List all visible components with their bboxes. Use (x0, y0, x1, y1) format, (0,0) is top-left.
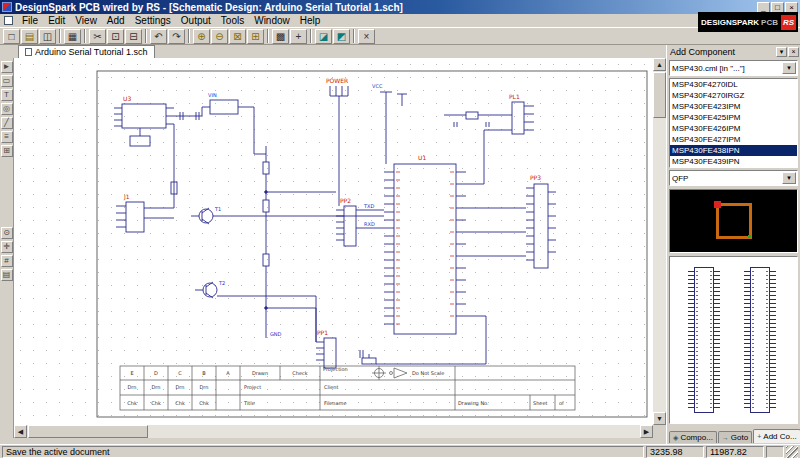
text-tool-button[interactable]: T (1, 89, 13, 101)
title-bar[interactable]: DesignSpark PCB wired by RS - [Schematic… (0, 0, 800, 14)
document-icon[interactable] (4, 16, 13, 25)
menu-tools[interactable]: Tools (216, 14, 249, 27)
measure-tool-button[interactable]: # (1, 255, 13, 267)
library-select[interactable]: MSP430.cml [in "..."] ▾ (669, 60, 798, 76)
close-doc-button[interactable]: × (358, 29, 375, 44)
menu-edit[interactable]: Edit (43, 14, 70, 27)
layers-tool-button[interactable]: ▤ (1, 269, 13, 281)
scrollbar-corner (653, 425, 666, 438)
minimize-button[interactable]: _ (757, 2, 770, 13)
svg-text:Drn: Drn (128, 384, 137, 390)
svg-text:U1: U1 (418, 154, 426, 161)
tab-arduino-serial-tutorial[interactable]: Arduino Serial Tutorial 1.sch (18, 45, 155, 58)
tab-goto[interactable]: → Goto (718, 431, 752, 443)
tab-add-component-label: Add Co... (763, 432, 796, 441)
horizontal-scroll-thumb[interactable] (28, 425, 148, 438)
svg-text:Chk: Chk (175, 400, 185, 406)
menu-file[interactable]: File (17, 14, 43, 27)
component-list-item[interactable]: MSP430FE423IPM (670, 101, 797, 112)
svg-text:A: A (226, 370, 230, 376)
window-controls: _ □ × (757, 2, 798, 13)
cross-probe-button[interactable]: + (290, 29, 307, 44)
cut-button[interactable]: ✂ (89, 29, 106, 44)
component-list-item[interactable]: MSP430FE439IPN (670, 156, 797, 167)
menu-window[interactable]: Window (249, 14, 295, 27)
new-button[interactable]: □ (3, 29, 20, 44)
maximize-button[interactable]: □ (771, 2, 784, 13)
panel-header[interactable]: Add Component ▾ × (668, 46, 799, 58)
menu-view[interactable]: View (70, 14, 102, 27)
redo-button[interactable]: ↷ (168, 29, 185, 44)
bus-tool-button[interactable]: ≡ (1, 131, 13, 143)
component-list-item-selected[interactable]: MSP430FE438IPN (670, 145, 797, 156)
svg-text:Drn: Drn (200, 384, 209, 390)
zoom-tool-button[interactable]: ⊙ (1, 227, 13, 239)
wire-tool-button[interactable]: ╱ (1, 117, 13, 129)
vertical-scrollbar[interactable]: ▲ ▼ (653, 58, 666, 425)
component-list-item[interactable]: MSP430FE425IPM (670, 112, 797, 123)
package-select[interactable]: QFP ▾ (669, 170, 798, 186)
close-button[interactable]: × (785, 2, 798, 13)
pan-tool-button[interactable]: ✛ (1, 241, 13, 253)
chevron-down-icon[interactable]: ▾ (782, 62, 796, 74)
toolbar-separator (59, 29, 61, 43)
schematic-drawing[interactable]: E D C B A Drawn Check Drn Drn Drn Drn Ch… (14, 58, 653, 425)
panel-title: Add Component (668, 47, 775, 57)
scroll-up-button[interactable]: ▲ (653, 58, 666, 71)
svg-text:B: B (202, 370, 206, 376)
menu-bar: File Edit View Add Settings Output Tools… (0, 14, 700, 27)
component-list-item[interactable]: MSP430F4270IDL (670, 79, 797, 90)
zoom-in-button[interactable]: ⊕ (193, 29, 210, 44)
component-list-item[interactable]: MSP430FE427IPM (670, 134, 797, 145)
svg-text:D: D (154, 370, 158, 376)
select-tool-button[interactable]: ► (1, 61, 13, 73)
component-list[interactable]: MSP430F4270IDL MSP430F4270IRGZ MSP430FE4… (669, 78, 798, 168)
qfp-footprint-icon (716, 203, 752, 239)
schematic-canvas[interactable]: E D C B A Drawn Check Drn Drn Drn Drn Ch… (14, 58, 653, 425)
zoom-out-button[interactable]: ⊖ (211, 29, 228, 44)
vertical-scroll-thumb[interactable] (653, 72, 666, 118)
toolbar-separator (188, 29, 190, 43)
menu-add[interactable]: Add (102, 14, 130, 27)
window-title: DesignSpark PCB wired by RS - [Schematic… (15, 2, 757, 13)
pad-tool-button[interactable]: ◎ (1, 103, 13, 115)
undo-button[interactable]: ↶ (150, 29, 167, 44)
tab-components[interactable]: ◈ Compo... (669, 431, 717, 443)
chevron-down-icon[interactable]: ▾ (782, 172, 796, 184)
paste-button[interactable]: ⊟ (125, 29, 142, 44)
designspark-banner: DESIGNSPARKPCB RS (698, 12, 798, 32)
symbol-preview (669, 256, 798, 424)
resize-grip[interactable] (786, 446, 798, 458)
svg-text:PP2: PP2 (340, 197, 351, 204)
horizontal-scrollbar[interactable]: ◀ ▶ (14, 425, 653, 438)
menu-output[interactable]: Output (176, 14, 216, 27)
zoom-window-button[interactable]: ⊠ (229, 29, 246, 44)
pin1-marker (714, 201, 721, 208)
panel-menu-button[interactable]: ▾ (776, 47, 787, 57)
copy-button[interactable]: ⊡ (107, 29, 124, 44)
panel-close-button[interactable]: × (788, 47, 799, 57)
menu-settings[interactable]: Settings (130, 14, 176, 27)
svg-text:Project: Project (244, 384, 261, 391)
translate-to-pcb-button[interactable]: ◪ (315, 29, 332, 44)
svg-text:of: of (559, 400, 564, 406)
svg-text:Sheet: Sheet (533, 400, 547, 406)
print-button[interactable]: ▦ (64, 29, 81, 44)
scroll-left-button[interactable]: ◀ (14, 425, 27, 438)
component-list-item[interactable]: MSP430F4270IRGZ (670, 90, 797, 101)
save-button[interactable]: ◫ (39, 29, 56, 44)
open-button[interactable]: ▤ (21, 29, 38, 44)
scroll-right-button[interactable]: ▶ (640, 425, 653, 438)
scroll-down-button[interactable]: ▼ (653, 412, 666, 425)
cursor-y-coordinate: 11987.82 (706, 446, 764, 458)
svg-text:Do Not Scale: Do Not Scale (412, 370, 444, 376)
component-tool-button[interactable]: ⊞ (1, 145, 13, 157)
menu-help[interactable]: Help (295, 14, 326, 27)
tab-add-component[interactable]: + Add Co... (753, 429, 800, 443)
grid-button[interactable]: ▩ (272, 29, 289, 44)
view-3d-button[interactable]: ◩ (333, 29, 350, 44)
svg-text:Drn: Drn (176, 384, 185, 390)
component-list-item[interactable]: MSP430FE426IPM (670, 123, 797, 134)
shape-tool-button[interactable]: ▭ (1, 75, 13, 87)
zoom-all-button[interactable]: ⊞ (247, 29, 264, 44)
